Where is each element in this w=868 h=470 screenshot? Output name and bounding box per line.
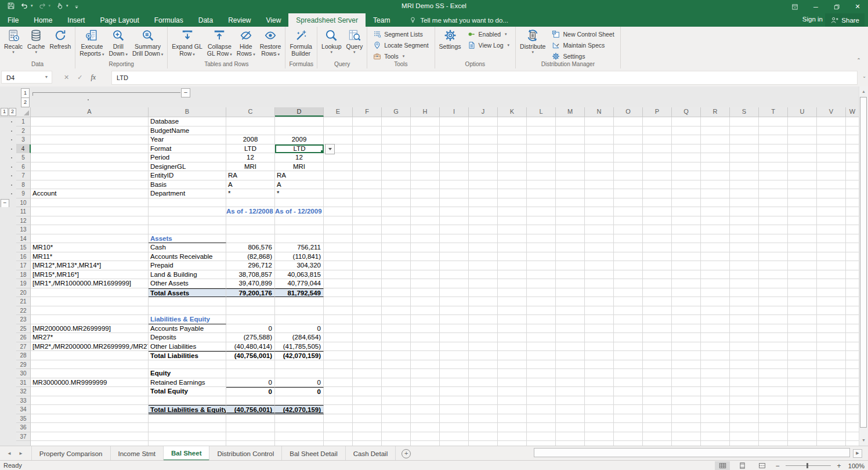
cell-C2[interactable] <box>226 126 275 136</box>
recalc-button[interactable]: Recalc▾ <box>2 27 25 54</box>
empty-cells-filler[interactable] <box>324 288 859 298</box>
cell-C35[interactable] <box>226 414 275 424</box>
cell-D2[interactable] <box>275 126 324 136</box>
row-header-6[interactable]: 6 <box>16 162 31 172</box>
cell-D25[interactable]: 0 <box>275 324 324 334</box>
empty-cells-filler[interactable] <box>324 180 859 190</box>
cell-C26[interactable]: (275,588) <box>226 333 275 342</box>
cell-B6[interactable]: DesignerGL <box>149 162 226 172</box>
cell-A31[interactable]: MR3000000.MR9999999 <box>31 378 149 388</box>
minimize-button[interactable]: ─ <box>805 0 826 13</box>
cell-D9[interactable]: * <box>275 189 324 198</box>
cell-C27[interactable]: (40,480,414) <box>226 342 275 352</box>
row-header-8[interactable]: 8 <box>16 180 31 190</box>
cell-B18[interactable]: Land & Building <box>149 270 226 280</box>
cell-A1[interactable] <box>31 117 149 126</box>
sheet-tab-property-comparison[interactable]: Property Comparison <box>32 446 111 461</box>
row-outline-level-1-button[interactable]: 1 <box>1 108 8 116</box>
cell-D18[interactable]: 40,063,815 <box>275 270 324 280</box>
cell-A34[interactable] <box>31 405 149 414</box>
col-outline-level-1-button[interactable]: 1 <box>21 88 30 98</box>
expand-formula-bar-icon[interactable]: ⌄ <box>862 74 866 79</box>
cell-B10[interactable] <box>149 198 226 208</box>
cell-A27[interactable]: [MR2*,/MR2000000.MR2699999,/MR27*] <box>31 342 149 352</box>
row-header-22[interactable]: 22 <box>16 306 31 316</box>
cell-A16[interactable]: MR11* <box>31 252 149 262</box>
cell-A37[interactable] <box>31 432 149 442</box>
cell-C36[interactable] <box>226 423 275 432</box>
cell-B3[interactable]: Year <box>149 135 226 144</box>
cell-A2[interactable] <box>31 126 149 136</box>
cell-B27[interactable]: Other Liabilities <box>149 342 226 352</box>
cell-A12[interactable] <box>31 216 149 226</box>
cell-B19[interactable]: Other Assets <box>149 279 226 288</box>
zoom-out-icon[interactable]: − <box>774 462 781 470</box>
empty-cells-filler[interactable] <box>324 153 859 162</box>
hide-button[interactable]: HideRows▾ <box>234 27 258 58</box>
cell-B1[interactable]: Database <box>149 117 226 126</box>
empty-cells-filler[interactable] <box>324 189 859 198</box>
distribute-button[interactable]: Distribute▾ <box>518 27 548 54</box>
scroll-down-icon[interactable]: ▼ <box>860 436 867 445</box>
column-header-F[interactable]: F <box>353 107 382 117</box>
column-header-J[interactable]: J <box>469 107 498 117</box>
enter-icon[interactable]: ✓ <box>77 74 82 81</box>
cell-B5[interactable]: Period <box>149 153 226 162</box>
cell-A10[interactable] <box>31 198 149 208</box>
cell-C34[interactable]: (40,756,001) <box>226 405 275 414</box>
cell-B28[interactable]: Total Liabilities <box>149 351 226 360</box>
cell-A6[interactable] <box>31 162 149 172</box>
cell-C3[interactable]: 2008 <box>226 135 275 144</box>
formula-button[interactable]: FormulaBuilder <box>287 27 314 57</box>
row-header-13[interactable]: 13 <box>16 225 31 234</box>
cell-D13[interactable] <box>275 225 324 234</box>
tab-insert[interactable]: Insert <box>60 13 92 27</box>
row-header-7[interactable]: 7 <box>16 171 31 180</box>
row-header-1[interactable]: 1 <box>16 117 31 126</box>
tab-formulas[interactable]: Formulas <box>147 13 191 27</box>
row-header-31[interactable]: 31 <box>16 378 31 388</box>
zoom-in-icon[interactable]: + <box>836 462 842 470</box>
row-group-collapse-button[interactable]: − <box>1 199 9 208</box>
column-header-E[interactable]: E <box>324 107 353 117</box>
cell-A3[interactable] <box>31 135 149 144</box>
column-header-V[interactable]: V <box>817 107 846 117</box>
cell-D27[interactable]: (41,785,505) <box>275 342 324 352</box>
sheet-tab-bal-sheet[interactable]: Bal Sheet <box>164 446 209 461</box>
scroll-right-icon[interactable]: ▶ <box>853 449 862 458</box>
empty-cells-filler[interactable] <box>324 342 859 352</box>
cell-D31[interactable]: 0 <box>275 378 324 388</box>
row-header-4[interactable]: 4 <box>16 144 31 154</box>
row-header-30[interactable]: 30 <box>16 369 31 378</box>
cell-A20[interactable] <box>31 288 149 298</box>
cell-C31[interactable]: 0 <box>226 378 275 388</box>
column-header-W[interactable]: W <box>846 107 859 117</box>
empty-cells-filler[interactable] <box>324 279 859 288</box>
cell-B34[interactable]: Total Liabilities & Equity <box>149 405 226 414</box>
cell-C10[interactable] <box>226 198 275 208</box>
cell-C17[interactable]: 296,712 <box>226 261 275 270</box>
row-header-36[interactable]: 36 <box>16 423 31 432</box>
empty-cells-filler[interactable] <box>324 423 859 432</box>
cell-D33[interactable] <box>275 396 324 406</box>
cell-C28[interactable]: (40,756,001) <box>226 351 275 360</box>
cell-A5[interactable] <box>31 153 149 162</box>
refresh-button[interactable]: Refresh <box>47 27 73 50</box>
cell-C5[interactable]: 12 <box>226 153 275 162</box>
row-header-9[interactable]: 9 <box>16 189 31 198</box>
empty-cells-filler[interactable] <box>324 207 859 216</box>
cell-A15[interactable]: MR10* <box>31 243 149 252</box>
cell-C37[interactable] <box>226 432 275 442</box>
collapse-button[interactable]: CollapseGL Row▾ <box>205 27 234 58</box>
cell-C12[interactable] <box>226 216 275 226</box>
cell-D14[interactable] <box>275 234 324 244</box>
cell-A22[interactable] <box>31 306 149 316</box>
row-header-5[interactable]: 5 <box>16 153 31 162</box>
cell-B17[interactable]: Prepaid <box>149 261 226 270</box>
empty-cells-filler[interactable] <box>324 234 859 244</box>
row-header-32[interactable]: 32 <box>16 387 31 396</box>
cell-B29[interactable] <box>149 360 226 370</box>
cell-D16[interactable]: (110,841) <box>275 252 324 262</box>
empty-cells-filler[interactable] <box>324 315 859 324</box>
cell-B12[interactable] <box>149 216 226 226</box>
